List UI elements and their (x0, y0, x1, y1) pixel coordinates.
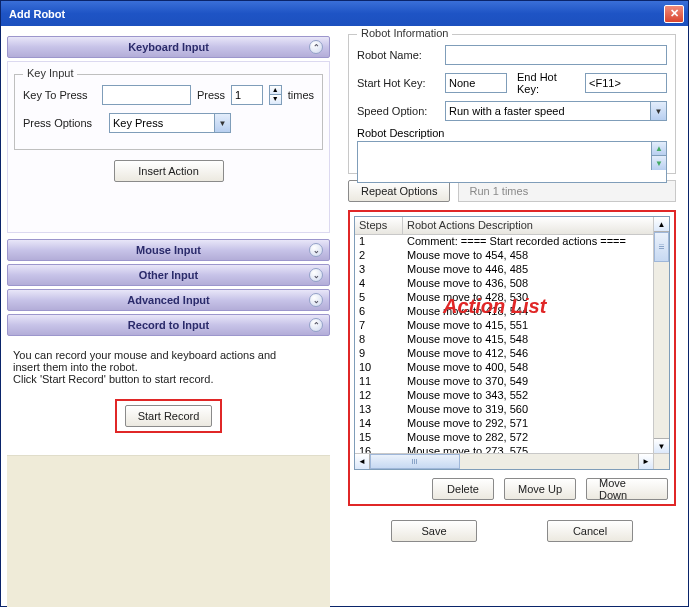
accordion-other-input[interactable]: Other Input ⌄ (7, 264, 330, 286)
press-options-select[interactable]: Key Press ▼ (109, 113, 231, 133)
table-row[interactable]: 2Mouse move to 454, 458 (355, 249, 669, 263)
chevron-down-icon: ⌄ (309, 293, 323, 307)
chevron-down-icon: ▼ (650, 102, 666, 120)
table-row[interactable]: 11Mouse move to 370, 549 (355, 375, 669, 389)
table-row[interactable]: 6Mouse move to 418, 544 (355, 305, 669, 319)
start-hotkey-input[interactable]: None (445, 73, 507, 93)
table-row[interactable]: 14Mouse move to 292, 571 (355, 417, 669, 431)
action-cell: Mouse move to 292, 571 (403, 417, 669, 431)
key-to-press-input[interactable] (102, 85, 191, 105)
action-cell: Mouse move to 343, 552 (403, 389, 669, 403)
end-hotkey-value: <F11> (589, 77, 621, 89)
chevron-up-icon: ⌃ (309, 318, 323, 332)
press-count-value: 1 (235, 89, 241, 101)
accordion-label: Mouse Input (136, 244, 201, 256)
scroll-down-icon[interactable]: ▼ (651, 156, 666, 170)
action-cell: Mouse move to 428, 530 (403, 291, 669, 305)
action-cell: Mouse move to 446, 485 (403, 263, 669, 277)
scroll-down-icon[interactable]: ▼ (654, 438, 669, 453)
action-cell: Mouse move to 370, 549 (403, 375, 669, 389)
insert-action-button[interactable]: Insert Action (114, 160, 224, 182)
move-down-label: Move Down (599, 477, 655, 501)
scroll-thumb[interactable] (370, 454, 460, 469)
cancel-button[interactable]: Cancel (547, 520, 633, 542)
accordion-label: Keyboard Input (128, 41, 209, 53)
start-hotkey-label: Start Hot Key: (357, 77, 439, 89)
accordion-label: Advanced Input (127, 294, 210, 306)
accordion-keyboard-input[interactable]: Keyboard Input ⌃ (7, 36, 330, 58)
action-list-rows[interactable]: 1Comment: ==== Start recorded actions ==… (355, 235, 669, 469)
move-up-button[interactable]: Move Up (504, 478, 576, 500)
table-row[interactable]: 13Mouse move to 319, 560 (355, 403, 669, 417)
horizontal-scrollbar[interactable]: ◄ ► (355, 453, 669, 469)
chevron-down-icon: ▼ (214, 114, 230, 132)
action-list-highlight: Steps Robot Actions Description 1Comment… (348, 210, 676, 506)
close-button[interactable]: ✕ (664, 5, 684, 23)
col-steps[interactable]: Steps (355, 217, 403, 234)
start-record-highlight: Start Record (115, 399, 223, 433)
press-options-label: Press Options (23, 117, 103, 129)
chevron-down-icon: ⌄ (309, 268, 323, 282)
accordion-advanced-input[interactable]: Advanced Input ⌄ (7, 289, 330, 311)
vertical-scrollbar[interactable]: ▲ ▼ (653, 217, 669, 453)
move-up-label: Move Up (518, 483, 562, 495)
table-row[interactable]: 9Mouse move to 412, 546 (355, 347, 669, 361)
col-actions[interactable]: Robot Actions Description (403, 217, 669, 234)
step-cell: 13 (355, 403, 403, 417)
step-cell: 1 (355, 235, 403, 249)
table-row[interactable]: 4Mouse move to 436, 508 (355, 277, 669, 291)
robot-name-input[interactable] (445, 45, 667, 65)
table-row[interactable]: 7Mouse move to 415, 551 (355, 319, 669, 333)
robot-description-textarea[interactable]: ▲ ▼ (357, 141, 667, 183)
start-record-button[interactable]: Start Record (125, 405, 213, 427)
scroll-up-icon[interactable]: ▲ (651, 142, 666, 156)
table-row[interactable]: 10Mouse move to 400, 548 (355, 361, 669, 375)
action-cell: Mouse move to 319, 560 (403, 403, 669, 417)
table-row[interactable]: 12Mouse move to 343, 552 (355, 389, 669, 403)
press-options-value: Key Press (113, 117, 163, 129)
accordion-label: Other Input (139, 269, 198, 281)
move-down-button[interactable]: Move Down (586, 478, 668, 500)
save-button[interactable]: Save (391, 520, 477, 542)
left-panel-filler (7, 455, 330, 607)
insert-action-label: Insert Action (138, 165, 199, 177)
scroll-thumb[interactable] (654, 232, 669, 262)
spinner-up-icon[interactable]: ▲ (269, 85, 282, 95)
speed-option-select[interactable]: Run with a faster speed ▼ (445, 101, 667, 121)
scroll-right-icon[interactable]: ► (638, 454, 653, 469)
action-cell: Mouse move to 415, 548 (403, 333, 669, 347)
speed-option-label: Speed Option: (357, 105, 439, 117)
step-cell: 7 (355, 319, 403, 333)
repeat-options-label: Repeat Options (361, 185, 437, 197)
action-cell: Mouse move to 436, 508 (403, 277, 669, 291)
end-hotkey-input[interactable]: <F11> (585, 73, 667, 93)
action-list[interactable]: Steps Robot Actions Description 1Comment… (354, 216, 670, 470)
scroll-left-icon[interactable]: ◄ (355, 454, 370, 469)
accordion-mouse-input[interactable]: Mouse Input ⌄ (7, 239, 330, 261)
step-cell: 14 (355, 417, 403, 431)
spinner-down-icon[interactable]: ▼ (269, 95, 282, 105)
action-cell: Mouse move to 454, 458 (403, 249, 669, 263)
accordion-record-to-input[interactable]: Record to Input ⌃ (7, 314, 330, 336)
chevron-up-icon: ⌃ (309, 40, 323, 54)
action-cell: Mouse move to 400, 548 (403, 361, 669, 375)
action-cell: Mouse move to 282, 572 (403, 431, 669, 445)
close-icon: ✕ (670, 7, 679, 20)
press-count-input[interactable]: 1 (231, 85, 263, 105)
delete-button[interactable]: Delete (432, 478, 494, 500)
table-row[interactable]: 1Comment: ==== Start recorded actions ==… (355, 235, 669, 249)
table-row[interactable]: 3Mouse move to 446, 485 (355, 263, 669, 277)
action-cell: Mouse move to 415, 551 (403, 319, 669, 333)
table-row[interactable]: 5Mouse move to 428, 530 (355, 291, 669, 305)
record-desc-line3: Click 'Start Record' button to start rec… (13, 373, 324, 385)
table-row[interactable]: 15Mouse move to 282, 572 (355, 431, 669, 445)
end-hotkey-label: End Hot Key: (513, 71, 579, 95)
window-title: Add Robot (9, 8, 65, 20)
speed-option-value: Run with a faster speed (449, 105, 565, 117)
scroll-up-icon[interactable]: ▲ (654, 217, 669, 232)
step-cell: 10 (355, 361, 403, 375)
table-row[interactable]: 8Mouse move to 415, 548 (355, 333, 669, 347)
times-label: times (288, 89, 314, 101)
repeat-options-button[interactable]: Repeat Options (348, 180, 450, 202)
key-to-press-label: Key To Press (23, 89, 96, 101)
